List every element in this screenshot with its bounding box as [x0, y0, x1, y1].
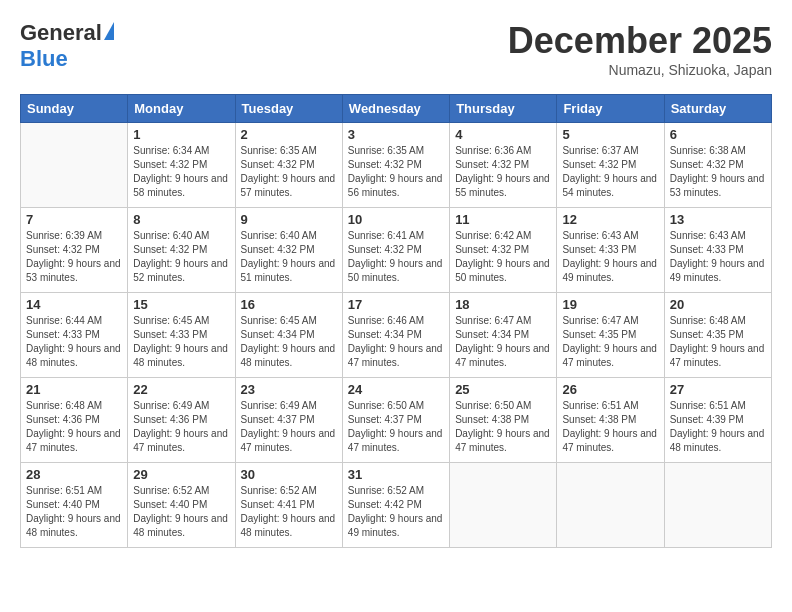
- day-number: 28: [26, 467, 122, 482]
- day-number: 25: [455, 382, 551, 397]
- calendar-cell: 29Sunrise: 6:52 AMSunset: 4:40 PMDayligh…: [128, 463, 235, 548]
- day-info: Sunrise: 6:49 AMSunset: 4:36 PMDaylight:…: [133, 399, 229, 455]
- month-year-title: December 2025: [508, 20, 772, 62]
- day-info: Sunrise: 6:35 AMSunset: 4:32 PMDaylight:…: [348, 144, 444, 200]
- calendar-cell: 15Sunrise: 6:45 AMSunset: 4:33 PMDayligh…: [128, 293, 235, 378]
- calendar-header-monday: Monday: [128, 95, 235, 123]
- calendar-cell: 6Sunrise: 6:38 AMSunset: 4:32 PMDaylight…: [664, 123, 771, 208]
- day-number: 15: [133, 297, 229, 312]
- calendar-cell: 8Sunrise: 6:40 AMSunset: 4:32 PMDaylight…: [128, 208, 235, 293]
- day-number: 16: [241, 297, 337, 312]
- day-number: 21: [26, 382, 122, 397]
- day-number: 7: [26, 212, 122, 227]
- day-number: 8: [133, 212, 229, 227]
- day-info: Sunrise: 6:35 AMSunset: 4:32 PMDaylight:…: [241, 144, 337, 200]
- calendar-cell: 1Sunrise: 6:34 AMSunset: 4:32 PMDaylight…: [128, 123, 235, 208]
- day-info: Sunrise: 6:52 AMSunset: 4:42 PMDaylight:…: [348, 484, 444, 540]
- day-info: Sunrise: 6:41 AMSunset: 4:32 PMDaylight:…: [348, 229, 444, 285]
- calendar-header-friday: Friday: [557, 95, 664, 123]
- day-info: Sunrise: 6:40 AMSunset: 4:32 PMDaylight:…: [241, 229, 337, 285]
- calendar-cell: 5Sunrise: 6:37 AMSunset: 4:32 PMDaylight…: [557, 123, 664, 208]
- day-number: 26: [562, 382, 658, 397]
- calendar-table: SundayMondayTuesdayWednesdayThursdayFrid…: [20, 94, 772, 548]
- day-info: Sunrise: 6:50 AMSunset: 4:37 PMDaylight:…: [348, 399, 444, 455]
- calendar-cell: 27Sunrise: 6:51 AMSunset: 4:39 PMDayligh…: [664, 378, 771, 463]
- day-number: 13: [670, 212, 766, 227]
- calendar-cell: [557, 463, 664, 548]
- day-info: Sunrise: 6:43 AMSunset: 4:33 PMDaylight:…: [670, 229, 766, 285]
- day-info: Sunrise: 6:37 AMSunset: 4:32 PMDaylight:…: [562, 144, 658, 200]
- day-number: 1: [133, 127, 229, 142]
- day-info: Sunrise: 6:52 AMSunset: 4:41 PMDaylight:…: [241, 484, 337, 540]
- day-info: Sunrise: 6:51 AMSunset: 4:38 PMDaylight:…: [562, 399, 658, 455]
- day-number: 2: [241, 127, 337, 142]
- calendar-header-wednesday: Wednesday: [342, 95, 449, 123]
- calendar-cell: 30Sunrise: 6:52 AMSunset: 4:41 PMDayligh…: [235, 463, 342, 548]
- calendar-cell: 10Sunrise: 6:41 AMSunset: 4:32 PMDayligh…: [342, 208, 449, 293]
- calendar-header-sunday: Sunday: [21, 95, 128, 123]
- day-info: Sunrise: 6:47 AMSunset: 4:34 PMDaylight:…: [455, 314, 551, 370]
- logo-triangle-icon: [104, 22, 114, 40]
- day-info: Sunrise: 6:40 AMSunset: 4:32 PMDaylight:…: [133, 229, 229, 285]
- calendar-cell: 2Sunrise: 6:35 AMSunset: 4:32 PMDaylight…: [235, 123, 342, 208]
- calendar-header-thursday: Thursday: [450, 95, 557, 123]
- calendar-cell: [21, 123, 128, 208]
- logo-blue-text: Blue: [20, 46, 68, 72]
- calendar-cell: 21Sunrise: 6:48 AMSunset: 4:36 PMDayligh…: [21, 378, 128, 463]
- calendar-cell: 22Sunrise: 6:49 AMSunset: 4:36 PMDayligh…: [128, 378, 235, 463]
- calendar-header-saturday: Saturday: [664, 95, 771, 123]
- calendar-cell: 7Sunrise: 6:39 AMSunset: 4:32 PMDaylight…: [21, 208, 128, 293]
- calendar-cell: 20Sunrise: 6:48 AMSunset: 4:35 PMDayligh…: [664, 293, 771, 378]
- day-number: 20: [670, 297, 766, 312]
- day-number: 24: [348, 382, 444, 397]
- day-info: Sunrise: 6:52 AMSunset: 4:40 PMDaylight:…: [133, 484, 229, 540]
- day-number: 4: [455, 127, 551, 142]
- calendar-week-row-2: 7Sunrise: 6:39 AMSunset: 4:32 PMDaylight…: [21, 208, 772, 293]
- day-number: 11: [455, 212, 551, 227]
- day-number: 22: [133, 382, 229, 397]
- day-number: 6: [670, 127, 766, 142]
- day-info: Sunrise: 6:48 AMSunset: 4:35 PMDaylight:…: [670, 314, 766, 370]
- day-info: Sunrise: 6:46 AMSunset: 4:34 PMDaylight:…: [348, 314, 444, 370]
- day-info: Sunrise: 6:38 AMSunset: 4:32 PMDaylight:…: [670, 144, 766, 200]
- day-number: 29: [133, 467, 229, 482]
- calendar-header-row: SundayMondayTuesdayWednesdayThursdayFrid…: [21, 95, 772, 123]
- day-number: 23: [241, 382, 337, 397]
- calendar-week-row-4: 21Sunrise: 6:48 AMSunset: 4:36 PMDayligh…: [21, 378, 772, 463]
- logo: General Blue: [20, 20, 114, 72]
- calendar-cell: [664, 463, 771, 548]
- calendar-cell: 23Sunrise: 6:49 AMSunset: 4:37 PMDayligh…: [235, 378, 342, 463]
- day-info: Sunrise: 6:51 AMSunset: 4:39 PMDaylight:…: [670, 399, 766, 455]
- day-number: 9: [241, 212, 337, 227]
- calendar-cell: 19Sunrise: 6:47 AMSunset: 4:35 PMDayligh…: [557, 293, 664, 378]
- day-info: Sunrise: 6:34 AMSunset: 4:32 PMDaylight:…: [133, 144, 229, 200]
- calendar-cell: 31Sunrise: 6:52 AMSunset: 4:42 PMDayligh…: [342, 463, 449, 548]
- calendar-cell: 4Sunrise: 6:36 AMSunset: 4:32 PMDaylight…: [450, 123, 557, 208]
- calendar-cell: 18Sunrise: 6:47 AMSunset: 4:34 PMDayligh…: [450, 293, 557, 378]
- calendar-cell: [450, 463, 557, 548]
- calendar-cell: 16Sunrise: 6:45 AMSunset: 4:34 PMDayligh…: [235, 293, 342, 378]
- calendar-cell: 14Sunrise: 6:44 AMSunset: 4:33 PMDayligh…: [21, 293, 128, 378]
- day-info: Sunrise: 6:49 AMSunset: 4:37 PMDaylight:…: [241, 399, 337, 455]
- calendar-cell: 3Sunrise: 6:35 AMSunset: 4:32 PMDaylight…: [342, 123, 449, 208]
- day-info: Sunrise: 6:44 AMSunset: 4:33 PMDaylight:…: [26, 314, 122, 370]
- day-number: 10: [348, 212, 444, 227]
- calendar-week-row-5: 28Sunrise: 6:51 AMSunset: 4:40 PMDayligh…: [21, 463, 772, 548]
- day-info: Sunrise: 6:51 AMSunset: 4:40 PMDaylight:…: [26, 484, 122, 540]
- calendar-header-tuesday: Tuesday: [235, 95, 342, 123]
- day-number: 31: [348, 467, 444, 482]
- day-number: 18: [455, 297, 551, 312]
- day-number: 3: [348, 127, 444, 142]
- day-info: Sunrise: 6:48 AMSunset: 4:36 PMDaylight:…: [26, 399, 122, 455]
- page-header: General Blue December 2025 Numazu, Shizu…: [20, 20, 772, 78]
- day-info: Sunrise: 6:47 AMSunset: 4:35 PMDaylight:…: [562, 314, 658, 370]
- title-block: December 2025 Numazu, Shizuoka, Japan: [508, 20, 772, 78]
- logo-general-text: General: [20, 20, 102, 46]
- day-number: 5: [562, 127, 658, 142]
- calendar-cell: 26Sunrise: 6:51 AMSunset: 4:38 PMDayligh…: [557, 378, 664, 463]
- day-number: 27: [670, 382, 766, 397]
- day-info: Sunrise: 6:50 AMSunset: 4:38 PMDaylight:…: [455, 399, 551, 455]
- day-info: Sunrise: 6:36 AMSunset: 4:32 PMDaylight:…: [455, 144, 551, 200]
- calendar-cell: 25Sunrise: 6:50 AMSunset: 4:38 PMDayligh…: [450, 378, 557, 463]
- calendar-cell: 28Sunrise: 6:51 AMSunset: 4:40 PMDayligh…: [21, 463, 128, 548]
